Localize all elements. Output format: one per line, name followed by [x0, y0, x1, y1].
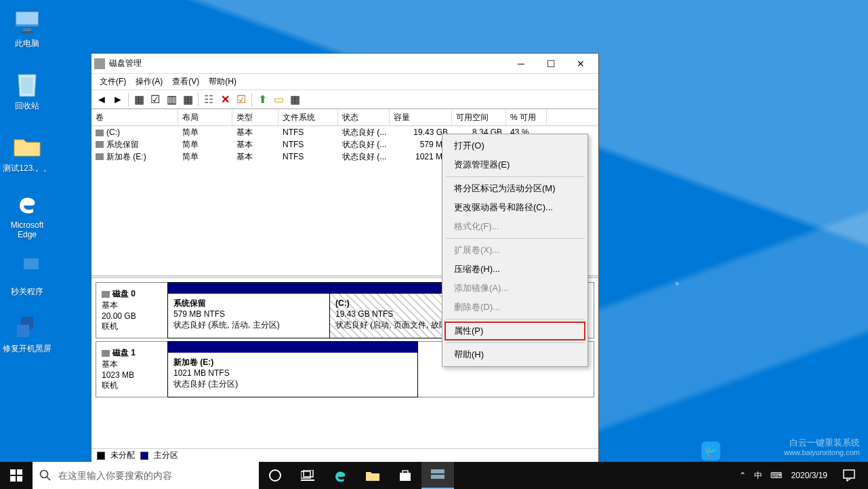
context-menu-item: 格式化(F)...	[445, 217, 585, 236]
col-layout[interactable]: 布局	[178, 109, 232, 125]
task-view-icon[interactable]	[291, 462, 324, 489]
taskbar-edge[interactable]	[324, 462, 356, 489]
tb-btn[interactable]: ☷	[201, 92, 216, 107]
col-status[interactable]: 状态	[338, 109, 390, 125]
tb-btn[interactable]: ▦	[287, 92, 302, 107]
menu-view[interactable]: 查看(V)	[168, 75, 203, 89]
desktop-icons: 此电脑 回收站 测试123.。。 Microsoft Edge 秒关程序 修复开…	[0, 3, 54, 357]
svg-rect-6	[24, 258, 39, 269]
menu-action[interactable]: 操作(A)	[131, 75, 167, 89]
twitter-icon[interactable]: 🐦	[701, 442, 720, 461]
legend-primary: 主分区	[154, 450, 178, 461]
taskbar-store[interactable]	[389, 462, 421, 489]
desktop-icon-folder[interactable]: 测试123.。。	[0, 128, 54, 177]
taskbar-explorer[interactable]	[356, 462, 389, 489]
back-button: ◄	[94, 92, 109, 107]
taskbar: ⌃ 中 ⌨ 2020/3/19	[0, 462, 868, 489]
tb-btn[interactable]: ☑	[148, 92, 163, 107]
context-menu-item[interactable]: 将分区标记为活动分区(M)	[445, 179, 585, 198]
svg-rect-12	[17, 476, 22, 482]
svg-line-14	[47, 477, 50, 480]
tb-btn[interactable]: ☑	[234, 92, 249, 107]
tray-date[interactable]: 2020/3/19	[786, 471, 833, 480]
watermark: 白云一键重装系统 www.baiyunxitong.com	[784, 437, 860, 458]
search-icon	[39, 469, 51, 482]
context-menu-item: 删除卷(D)...	[445, 298, 585, 317]
desktop-icon-edge[interactable]: Microsoft Edge	[0, 185, 54, 243]
desktop-icon-label: 此电脑	[15, 39, 39, 48]
col-volume[interactable]: 卷	[91, 109, 178, 125]
context-menu-item[interactable]: 帮助(H)	[445, 345, 585, 364]
context-menu-item[interactable]: 更改驱动器号和路径(C)...	[445, 198, 585, 217]
svg-rect-18	[301, 480, 314, 481]
cortana-icon[interactable]	[259, 462, 291, 489]
disk-info[interactable]: 磁盘 1基本1023 MB联机	[96, 342, 168, 397]
menu-help[interactable]: 帮助(H)	[205, 75, 241, 89]
search-box[interactable]	[33, 462, 259, 489]
menubar: 文件(F) 操作(A) 查看(V) 帮助(H)	[91, 74, 598, 90]
titlebar[interactable]: 磁盘管理 ─ ☐ ✕	[91, 54, 598, 74]
tb-btn[interactable]: ⬆	[255, 92, 270, 107]
volume-list-header: 卷 布局 类型 文件系统 状态 容量 可用空间 % 可用	[91, 109, 598, 126]
minimize-button[interactable]: ─	[506, 54, 536, 73]
system-tray: ⌃ 中 ⌨ 2020/3/19	[735, 462, 868, 489]
context-menu-item[interactable]: 属性(P)	[445, 321, 585, 340]
swatch-primary	[140, 452, 148, 460]
tray-ime[interactable]: 中	[750, 470, 766, 482]
legend: 未分配 主分区	[91, 448, 598, 462]
swatch-unalloc	[97, 452, 105, 460]
col-type[interactable]: 类型	[232, 109, 278, 125]
tb-btn[interactable]: ▦	[131, 92, 146, 107]
svg-rect-22	[844, 470, 854, 478]
svg-rect-20	[431, 469, 445, 473]
search-input[interactable]	[58, 470, 252, 481]
desktop-icon-pc[interactable]: 此电脑	[0, 3, 54, 52]
forward-button: ►	[110, 92, 125, 107]
context-menu-item: 扩展卷(X)...	[445, 241, 585, 260]
col-fs[interactable]: 文件系统	[278, 109, 338, 125]
desktop-icon-label: 回收站	[15, 101, 39, 111]
maximize-button[interactable]: ☐	[536, 54, 566, 73]
svg-rect-10	[17, 469, 22, 475]
svg-point-15	[270, 470, 281, 481]
col-free[interactable]: 可用空间	[452, 109, 506, 125]
window-title: 磁盘管理	[109, 58, 506, 69]
desktop-icon-label: 测试123.。。	[3, 163, 51, 173]
desktop-icon-repair[interactable]: 修复开机黑屏	[0, 309, 54, 357]
tray-keyboard-icon[interactable]: ⌨	[766, 471, 786, 480]
notification-icon[interactable]	[833, 462, 865, 489]
taskbar-diskmgmt[interactable]	[421, 462, 454, 489]
desktop-icon-label: 秒关程序	[11, 287, 43, 296]
start-button[interactable]	[0, 462, 33, 489]
context-menu-item[interactable]: 压缩卷(H)...	[445, 260, 585, 279]
desktop-icon-label: 修复开机黑屏	[3, 344, 51, 353]
tray-chevron-icon[interactable]: ⌃	[735, 471, 750, 480]
partition[interactable]: 系统保留579 MB NTFS状态良好 (系统, 活动, 主分区)	[167, 282, 330, 338]
tb-btn[interactable]: ▥	[164, 92, 179, 107]
menu-file[interactable]: 文件(F)	[96, 75, 130, 89]
col-cap[interactable]: 容量	[390, 109, 452, 125]
svg-rect-1	[16, 12, 38, 24]
legend-unalloc: 未分配	[110, 450, 135, 461]
desktop-icon-steps[interactable]: 秒关程序	[0, 252, 54, 300]
svg-point-13	[41, 471, 48, 478]
context-menu-item[interactable]: 资源管理器(E)	[445, 155, 585, 174]
context-menu-item[interactable]: 打开(O)	[445, 136, 585, 155]
svg-rect-3	[20, 31, 34, 33]
window-icon	[94, 58, 105, 69]
desktop-icon-recycle[interactable]: 回收站	[0, 66, 54, 115]
tb-delete[interactable]: ✕	[218, 92, 232, 107]
svg-rect-2	[23, 28, 31, 31]
tb-btn[interactable]: ▦	[180, 92, 195, 107]
tb-btn[interactable]: ▭	[271, 92, 286, 107]
disk-info[interactable]: 磁盘 0基本20.00 GB联机	[96, 283, 168, 338]
close-button[interactable]: ✕	[566, 54, 596, 73]
col-pct[interactable]: % 可用	[506, 109, 547, 125]
desktop-icon-label: Microsoft Edge	[0, 220, 54, 239]
context-menu: 打开(O)资源管理器(E)将分区标记为活动分区(M)更改驱动器号和路径(C)..…	[442, 134, 588, 367]
partition[interactable]: 新加卷 (E:)1021 MB NTFS状态良好 (主分区)	[167, 341, 418, 397]
svg-rect-8	[17, 325, 29, 337]
svg-rect-11	[10, 476, 16, 482]
svg-rect-21	[431, 475, 445, 479]
svg-rect-19	[400, 473, 411, 481]
